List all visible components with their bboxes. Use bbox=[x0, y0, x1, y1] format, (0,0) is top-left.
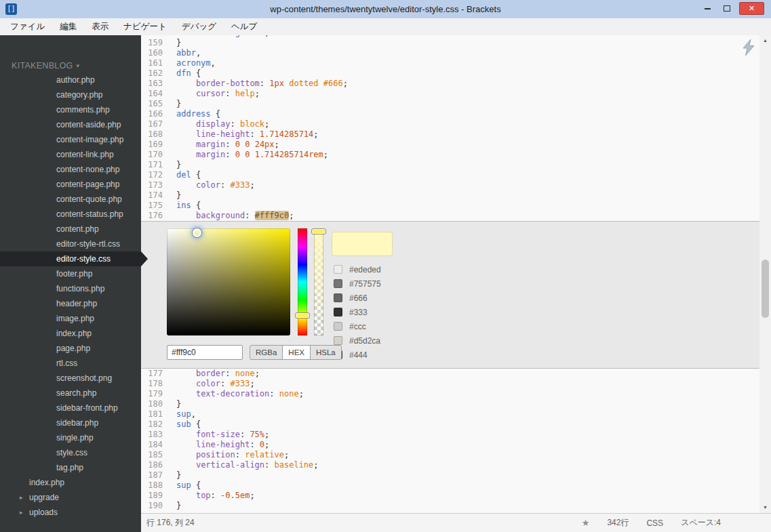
code-line[interactable]: 189 top: -0.5em; bbox=[141, 491, 759, 501]
code-line[interactable]: 167 display: block; bbox=[141, 119, 759, 129]
file-tree-item[interactable]: content-page.php bbox=[0, 177, 141, 192]
vertical-scrollbar[interactable]: ▲ ▼ bbox=[759, 35, 771, 513]
code-line[interactable]: 161acronym, bbox=[141, 58, 759, 68]
file-tree-folder[interactable]: ▸upgrade bbox=[0, 490, 141, 505]
file-tree-item[interactable]: image.php bbox=[0, 311, 141, 326]
file-tree-item[interactable]: comments.php bbox=[0, 102, 141, 117]
file-tree-item[interactable]: content-status.php bbox=[0, 207, 141, 222]
color-swatch[interactable]: #666 bbox=[334, 291, 381, 305]
color-swatch[interactable]: #ededed bbox=[334, 262, 381, 277]
code-line[interactable]: 173 color: #333; bbox=[141, 180, 759, 190]
code-line[interactable]: 187} bbox=[141, 470, 759, 480]
color-value-input[interactable] bbox=[167, 345, 243, 360]
code-line[interactable]: 179 text-decoration: none; bbox=[141, 389, 759, 399]
code-line[interactable]: 184 line-height: 0; bbox=[141, 440, 759, 450]
file-tree-item[interactable]: content-quote.php bbox=[0, 192, 141, 207]
file-tree-item[interactable]: editor-style-rtl.css bbox=[0, 237, 141, 251]
file-tree-item[interactable]: index.php bbox=[0, 475, 141, 490]
file-tree-item[interactable]: content.php bbox=[0, 222, 141, 237]
format-button-hex[interactable]: HEX bbox=[282, 345, 311, 360]
file-tree-folder[interactable]: ▸uploads bbox=[0, 505, 141, 520]
swatch-chip[interactable] bbox=[334, 279, 342, 288]
folder-collapsed-icon[interactable]: ▸ bbox=[20, 490, 23, 505]
minimize-button[interactable] bbox=[700, 2, 715, 15]
language-mode[interactable]: CSS bbox=[646, 518, 663, 528]
file-tree-item[interactable]: category.php bbox=[0, 87, 141, 102]
code-line[interactable]: 163 border-bottom: 1px dotted #666; bbox=[141, 79, 759, 89]
file-tree-item[interactable]: single.php bbox=[0, 430, 141, 445]
indent-setting[interactable]: スペース:4 bbox=[681, 517, 721, 529]
code-line[interactable]: 178 color: #333; bbox=[141, 379, 759, 389]
code-line[interactable]: 176 background: #fff9c0; bbox=[141, 211, 759, 221]
file-tree-item[interactable]: editor-style.css bbox=[0, 251, 141, 266]
swatch-chip[interactable] bbox=[334, 293, 342, 302]
code-line[interactable]: 185 position: relative; bbox=[141, 450, 759, 460]
code-line[interactable]: 190} bbox=[141, 501, 759, 511]
code-line[interactable]: 165} bbox=[141, 99, 759, 109]
format-button-rgba[interactable]: RGBa bbox=[250, 345, 283, 360]
swatch-chip[interactable] bbox=[334, 336, 342, 345]
hue-slider-handle[interactable] bbox=[295, 312, 310, 319]
scrollbar-thumb[interactable] bbox=[762, 260, 769, 318]
file-tree-item[interactable]: footer.php bbox=[0, 266, 141, 281]
file-tree-item[interactable]: rtl.css bbox=[0, 356, 141, 371]
opacity-slider[interactable] bbox=[314, 228, 323, 335]
menu-item[interactable]: デバッグ bbox=[174, 18, 224, 35]
code-line[interactable]: 159} bbox=[141, 38, 759, 48]
code-line[interactable]: 183 font-size: 75%; bbox=[141, 430, 759, 440]
file-tree-item[interactable]: search.php bbox=[0, 386, 141, 401]
scroll-down-arrow[interactable]: ▼ bbox=[759, 502, 771, 513]
code-line[interactable]: 170 margin: 0 0 1.714285714rem; bbox=[141, 150, 759, 160]
file-tree-item[interactable]: sidebar.php bbox=[0, 415, 141, 430]
file-tree-item[interactable]: screenshot.png bbox=[0, 371, 141, 386]
code-line[interactable]: 186 vertical-align: baseline; bbox=[141, 460, 759, 470]
file-tree-item[interactable]: tag.php bbox=[0, 460, 141, 475]
hue-slider[interactable] bbox=[298, 228, 307, 335]
color-swatch[interactable]: #757575 bbox=[334, 277, 381, 291]
file-tree-item[interactable]: content-aside.php bbox=[0, 117, 141, 132]
format-button-hsla[interactable]: HSLa bbox=[310, 345, 342, 360]
file-tree-item[interactable]: page.php bbox=[0, 341, 141, 356]
file-tree-item[interactable]: functions.php bbox=[0, 281, 141, 296]
close-button[interactable]: ✕ bbox=[739, 2, 764, 15]
code-line[interactable]: 182sub { bbox=[141, 420, 759, 430]
code-line[interactable]: 175ins { bbox=[141, 201, 759, 211]
scroll-up-arrow[interactable]: ▲ bbox=[759, 35, 771, 46]
file-tree-item[interactable]: style.css bbox=[0, 445, 141, 460]
menu-item[interactable]: 編集 bbox=[52, 18, 84, 35]
lint-status-icon[interactable]: ★ bbox=[582, 518, 590, 528]
code-line[interactable]: 162dfn { bbox=[141, 68, 759, 79]
code-line[interactable]: 181sup, bbox=[141, 409, 759, 420]
color-selector-circle[interactable] bbox=[193, 228, 201, 237]
maximize-button[interactable] bbox=[719, 2, 734, 15]
swatch-chip[interactable] bbox=[334, 265, 342, 274]
saturation-value-square[interactable] bbox=[167, 228, 290, 335]
color-swatch[interactable]: #333 bbox=[334, 305, 381, 319]
code-line[interactable]: 172del { bbox=[141, 170, 759, 180]
code-line[interactable]: 177 border: none; bbox=[141, 369, 759, 379]
menu-item[interactable]: ナビゲート bbox=[116, 18, 174, 35]
menu-item[interactable]: 表示 bbox=[84, 18, 116, 35]
code-line[interactable]: 164 cursor: help; bbox=[141, 89, 759, 99]
code-line[interactable]: 180} bbox=[141, 399, 759, 409]
color-swatch[interactable]: #ccc bbox=[334, 319, 381, 333]
file-tree-item[interactable]: sidebar-front.php bbox=[0, 401, 141, 415]
code-line[interactable]: 188sup { bbox=[141, 480, 759, 491]
project-dropdown[interactable]: KITAKENBLOG ▾ bbox=[12, 61, 79, 70]
opacity-slider-handle[interactable] bbox=[311, 228, 326, 234]
folder-collapsed-icon[interactable]: ▸ bbox=[20, 505, 23, 520]
file-tree-item[interactable]: content-none.php bbox=[0, 162, 141, 177]
live-preview-button[interactable] bbox=[741, 39, 756, 56]
menu-item[interactable]: ヘルプ bbox=[224, 18, 264, 35]
code-line[interactable]: 171} bbox=[141, 160, 759, 170]
file-tree-item[interactable]: header.php bbox=[0, 296, 141, 311]
file-tree-item[interactable]: author.php bbox=[0, 73, 141, 87]
swatch-chip[interactable] bbox=[334, 322, 342, 331]
file-tree-item[interactable]: content-image.php bbox=[0, 132, 141, 147]
code-line[interactable]: 166address { bbox=[141, 109, 759, 119]
code-editor[interactable]: 158 line-height: 2;159}160abbr,161acrony… bbox=[141, 35, 759, 513]
file-tree-item[interactable]: content-link.php bbox=[0, 147, 141, 162]
file-tree-item[interactable]: index.php bbox=[0, 326, 141, 341]
code-line[interactable]: 174} bbox=[141, 190, 759, 201]
menu-item[interactable]: ファイル bbox=[3, 18, 52, 35]
